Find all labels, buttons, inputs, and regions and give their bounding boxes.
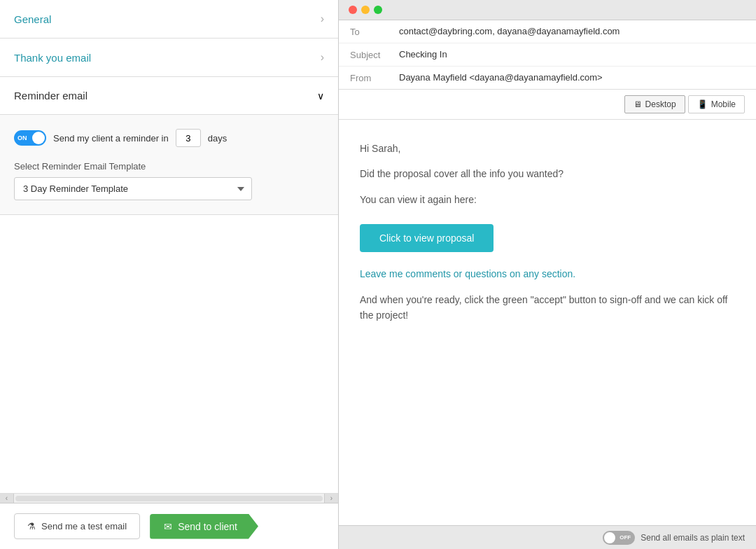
nav-label-thankyou: Thank you email bbox=[14, 52, 91, 64]
nav-item-thankyou[interactable]: Thank you email › bbox=[0, 39, 338, 77]
email-line1: Did the proposal cover all the info you … bbox=[360, 166, 735, 181]
plain-text-label: Send all emails as plain text bbox=[640, 533, 745, 543]
toggle-off-label: OFF bbox=[620, 534, 631, 541]
plain-toggle-knob bbox=[604, 532, 615, 543]
to-label: To bbox=[350, 26, 399, 37]
toggle-knob bbox=[32, 132, 45, 144]
desktop-view-button[interactable]: 🖥 Desktop bbox=[624, 95, 685, 113]
comments-link[interactable]: Leave me comments or questions on any se… bbox=[360, 268, 575, 279]
plain-text-toggle-switch[interactable]: OFF bbox=[603, 531, 635, 545]
plain-text-toggle: OFF Send all emails as plain text bbox=[603, 531, 745, 545]
email-from-row: From Dayana Mayfield <dayana@dayanamayfi… bbox=[339, 67, 756, 89]
email-subject-row: Subject Checking In bbox=[339, 43, 756, 67]
left-panel: General › Thank you email › Reminder ema… bbox=[0, 0, 339, 549]
send-icon: ✉ bbox=[164, 521, 172, 532]
test-email-button[interactable]: ⚗ Send me a test email bbox=[14, 513, 140, 539]
test-email-icon: ⚗ bbox=[27, 521, 36, 531]
toggle-on-label: ON bbox=[18, 134, 27, 141]
reminder-body: ON Send my client a reminder in days Sel… bbox=[0, 115, 338, 215]
from-value: Dayana Mayfield <dayana@dayanamayfield.c… bbox=[399, 72, 745, 83]
chevron-down-icon: ∨ bbox=[317, 90, 324, 102]
email-body: Hi Sarah, Did the proposal cover all the… bbox=[339, 120, 756, 354]
reminder-section: Reminder email ∨ ON Send my client a rem… bbox=[0, 77, 338, 215]
nav-label-general: General bbox=[14, 13, 51, 25]
email-preview-area: To contact@daybring.com, dayana@dayanama… bbox=[339, 20, 756, 525]
cta-label: Click to view proposal bbox=[379, 232, 474, 244]
right-bottom-bar: OFF Send all emails as plain text bbox=[339, 525, 756, 549]
subject-label: Subject bbox=[350, 49, 399, 60]
desktop-icon: 🖥 bbox=[634, 99, 642, 109]
left-bottom-bar: ⚗ Send me a test email ✉ Send to client bbox=[0, 503, 338, 549]
hscroll-left-arrow[interactable]: ‹ bbox=[0, 494, 14, 503]
maximize-window-icon[interactable] bbox=[374, 6, 382, 14]
reminder-toggle[interactable]: ON bbox=[14, 130, 46, 146]
chevron-right-icon: › bbox=[321, 13, 324, 25]
chevron-right-icon-2: › bbox=[321, 51, 324, 64]
from-label: From bbox=[350, 72, 399, 83]
right-panel: To contact@daybring.com, dayana@dayanama… bbox=[339, 0, 756, 549]
window-chrome bbox=[339, 0, 756, 20]
email-greeting: Hi Sarah, bbox=[360, 141, 735, 156]
template-select[interactable]: 3 Day Reminder Template 1 Day Reminder T… bbox=[14, 177, 252, 200]
view-proposal-button[interactable]: Click to view proposal bbox=[360, 224, 493, 252]
minimize-window-icon[interactable] bbox=[361, 6, 370, 14]
select-label: Select Reminder Email Template bbox=[14, 161, 324, 172]
email-meta: To contact@daybring.com, dayana@dayanama… bbox=[339, 20, 756, 90]
mobile-view-button[interactable]: 📱 Mobile bbox=[688, 95, 745, 113]
left-scroll-area: General › Thank you email › Reminder ema… bbox=[0, 0, 338, 493]
subject-value: Checking In bbox=[399, 49, 745, 60]
hscroll-right-arrow[interactable]: › bbox=[324, 494, 338, 503]
send-label: Send to client bbox=[178, 521, 237, 532]
days-label: days bbox=[208, 133, 227, 144]
nav-item-reminder[interactable]: Reminder email ∨ bbox=[0, 77, 338, 115]
toggle-row: ON Send my client a reminder in days bbox=[14, 129, 324, 147]
hscroll-track bbox=[15, 496, 323, 501]
mobile-label: Mobile bbox=[711, 99, 736, 109]
email-line4: And when you're ready, click the green "… bbox=[360, 292, 735, 324]
desktop-label: Desktop bbox=[645, 99, 676, 109]
email-line2: You can view it again here: bbox=[360, 192, 735, 207]
nav-item-general[interactable]: General › bbox=[0, 0, 338, 39]
template-select-wrapper: 3 Day Reminder Template 1 Day Reminder T… bbox=[14, 177, 252, 200]
email-to-row: To contact@daybring.com, dayana@dayanama… bbox=[339, 20, 756, 43]
toggle-text: Send my client a reminder in bbox=[53, 133, 169, 144]
close-window-icon[interactable] bbox=[349, 6, 357, 14]
send-to-client-button[interactable]: ✉ Send to client bbox=[150, 514, 258, 539]
view-toggle: 🖥 Desktop 📱 Mobile bbox=[339, 90, 756, 120]
mobile-icon: 📱 bbox=[697, 99, 708, 109]
days-input[interactable] bbox=[176, 129, 201, 147]
nav-label-reminder: Reminder email bbox=[14, 90, 88, 102]
to-value: contact@daybring.com, dayana@dayanamayfi… bbox=[399, 26, 745, 36]
left-hscroll-bar: ‹ › bbox=[0, 493, 338, 503]
test-email-label: Send me a test email bbox=[41, 521, 127, 531]
